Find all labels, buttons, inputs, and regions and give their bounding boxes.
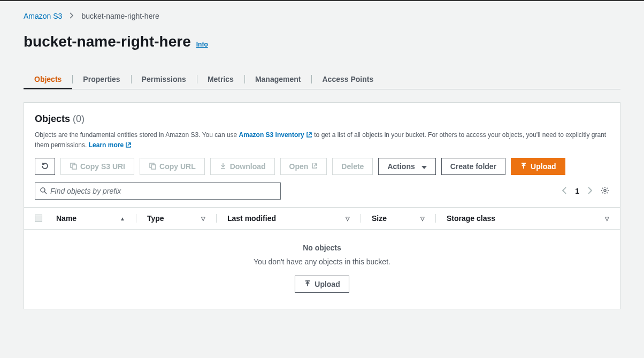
svg-rect-1: [72, 165, 76, 169]
info-link[interactable]: Info: [196, 41, 208, 48]
search-box[interactable]: [35, 182, 281, 200]
toolbar: Copy S3 URI Copy URL Download Open: [35, 158, 609, 175]
sort-icon: ▽: [346, 216, 350, 222]
search-icon: [40, 187, 47, 196]
tab-permissions[interactable]: Permissions: [142, 70, 186, 89]
column-storage-label: Storage class: [447, 214, 495, 223]
inventory-link-label: Amazon S3 inventory: [239, 131, 304, 139]
column-name-label: Name: [56, 214, 76, 223]
svg-point-5: [604, 189, 606, 192]
column-modified-label: Last modified: [227, 214, 276, 223]
page-title: bucket-name-right-here: [24, 33, 191, 50]
upload-label: Upload: [531, 162, 556, 171]
page-number: 1: [575, 187, 579, 195]
create-folder-button[interactable]: Create folder: [441, 158, 505, 175]
tab-objects[interactable]: Objects: [34, 70, 62, 89]
actions-label: Actions: [387, 162, 415, 171]
learn-more-link[interactable]: Learn more: [89, 141, 132, 149]
copy-url-label: Copy URL: [159, 162, 196, 171]
upload-icon: [304, 280, 311, 289]
column-size[interactable]: Size ▽: [372, 214, 436, 223]
svg-rect-3: [151, 165, 156, 169]
delete-button[interactable]: Delete: [332, 158, 373, 175]
panel-title-text: Objects: [35, 113, 70, 124]
external-link-icon: [311, 162, 318, 171]
copy-icon: [149, 162, 156, 171]
empty-title: No objects: [24, 243, 620, 252]
copy-icon: [70, 162, 77, 171]
breadcrumb-current: bucket-name-right-here: [81, 12, 159, 20]
sort-icon: ▽: [605, 216, 609, 222]
panel-desc-part-a: Objects are the fundamental entities sto…: [35, 131, 239, 139]
search-input[interactable]: [50, 187, 276, 195]
page-next-icon[interactable]: [588, 187, 592, 196]
tab-management[interactable]: Management: [255, 70, 301, 89]
actions-button[interactable]: Actions: [378, 158, 435, 175]
upload-icon: [520, 162, 527, 171]
column-size-label: Size: [372, 214, 387, 223]
learn-more-label: Learn more: [89, 141, 124, 149]
sort-asc-icon: ▲: [120, 216, 125, 222]
column-type[interactable]: Type ▽: [147, 214, 217, 223]
refresh-icon: [41, 162, 49, 172]
delete-label: Delete: [341, 162, 364, 171]
breadcrumb: Amazon S3 bucket-name-right-here: [24, 12, 620, 20]
objects-panel: Objects (0) Objects are the fundamental …: [24, 102, 620, 309]
panel-count: (0): [73, 113, 85, 124]
empty-state: No objects You don't have any objects in…: [24, 230, 620, 309]
column-type-label: Type: [147, 214, 164, 223]
sort-icon: ▽: [201, 216, 205, 222]
inventory-link[interactable]: Amazon S3 inventory: [239, 131, 312, 139]
column-storage-class[interactable]: Storage class ▽: [447, 214, 609, 223]
sort-icon: ▽: [420, 216, 425, 222]
empty-upload-label: Upload: [315, 280, 340, 288]
settings-icon[interactable]: [601, 186, 609, 196]
svg-point-4: [41, 188, 45, 192]
refresh-button[interactable]: [35, 158, 55, 175]
chevron-right-icon: [70, 12, 74, 20]
create-folder-label: Create folder: [450, 162, 496, 171]
copy-s3-uri-label: Copy S3 URI: [80, 162, 125, 171]
external-link-icon: [125, 141, 132, 148]
upload-button[interactable]: Upload: [511, 158, 565, 175]
table-header: Name ▲ Type ▽ Last modified ▽ Size ▽ Sto…: [24, 207, 620, 230]
panel-title: Objects (0): [35, 113, 609, 125]
open-label: Open: [289, 162, 309, 171]
empty-upload-button[interactable]: Upload: [295, 276, 349, 293]
download-button[interactable]: Download: [210, 158, 275, 175]
tabs: Objects Properties Permissions Metrics M…: [24, 70, 620, 89]
pager: 1: [562, 186, 609, 196]
column-last-modified[interactable]: Last modified ▽: [227, 214, 361, 223]
open-button[interactable]: Open: [280, 158, 327, 175]
download-label: Download: [230, 162, 266, 171]
panel-description: Objects are the fundamental entities sto…: [35, 130, 609, 150]
copy-url-button[interactable]: Copy URL: [140, 158, 205, 175]
tab-properties[interactable]: Properties: [83, 70, 120, 89]
tab-access-points[interactable]: Access Points: [322, 70, 373, 89]
tab-metrics[interactable]: Metrics: [208, 70, 234, 89]
select-all-checkbox[interactable]: [35, 215, 42, 222]
external-link-icon: [306, 131, 312, 138]
breadcrumb-root[interactable]: Amazon S3: [24, 12, 62, 20]
copy-s3-uri-button[interactable]: Copy S3 URI: [60, 158, 134, 175]
caret-down-icon: [421, 162, 427, 171]
empty-subtitle: You don't have any objects in this bucke…: [24, 257, 620, 266]
download-icon: [219, 162, 227, 171]
column-name[interactable]: Name ▲: [56, 214, 136, 223]
page-prev-icon[interactable]: [562, 187, 566, 196]
